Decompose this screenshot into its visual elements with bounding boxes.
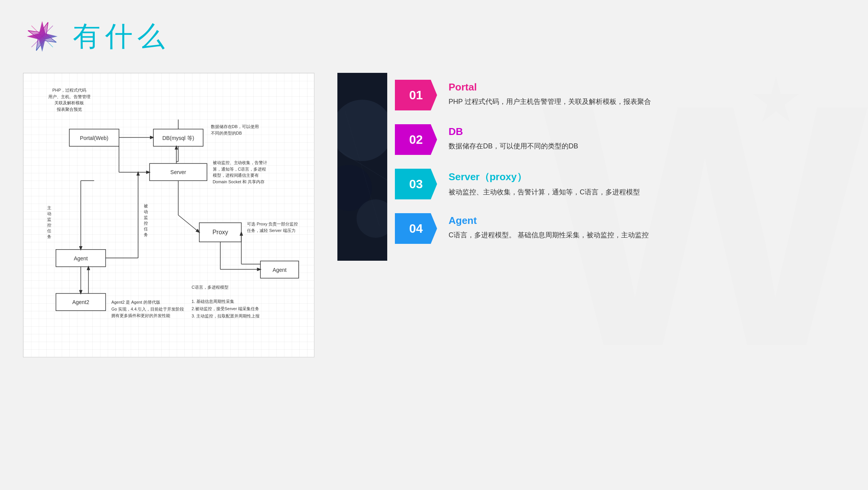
badge-03: 03 — [395, 169, 437, 199]
svg-point-56 — [337, 100, 387, 161]
info-title-03: Server（proxy） — [449, 170, 651, 184]
svg-text:监: 监 — [144, 215, 148, 220]
svg-text:任: 任 — [47, 229, 51, 233]
right-content: 01 Portal PHP 过程式代码，用户主机告警管理，关联及解析模板，报表聚… — [337, 73, 651, 261]
info-title-01: Portal — [449, 81, 651, 93]
badge-02: 02 — [395, 124, 437, 155]
svg-text:主: 主 — [47, 206, 51, 210]
page-container: W — [0, 0, 868, 490]
diagram-inner: PHP，过程式代码用户、主机、告警管理关联及解析模板报表聚合预览 Portal(… — [35, 85, 302, 345]
info-item-02: 02 DB 数据储存在DB，可以使用不同的类型的DB — [395, 117, 651, 162]
svg-line-47 — [178, 215, 199, 232]
svg-text:控: 控 — [47, 223, 51, 227]
architecture-diagram: PHP，过程式代码用户、主机、告警管理关联及解析模板报表聚合预览 Portal(… — [23, 73, 314, 357]
svg-text:Agent: Agent — [273, 267, 287, 273]
badge-04: 04 — [395, 213, 437, 244]
svg-text:Server: Server — [170, 169, 186, 175]
svg-text:DB(mysql 等): DB(mysql 等) — [162, 135, 194, 141]
badge-01: 01 — [395, 80, 437, 110]
info-text-02: DB 数据储存在DB，可以使用不同的类型的DB — [449, 124, 651, 152]
main-content: PHP，过程式代码用户、主机、告警管理关联及解析模板报表聚合预览 Portal(… — [23, 73, 845, 357]
svg-text:Agent: Agent — [74, 255, 88, 261]
svg-text:动: 动 — [47, 211, 51, 216]
page-header: 有什么 — [23, 15, 845, 58]
info-item-01: 01 Portal PHP 过程式代码，用户主机告警管理，关联及解析模板，报表聚… — [395, 73, 651, 117]
svg-text:动: 动 — [144, 209, 148, 214]
svg-text:Proxy: Proxy — [212, 229, 228, 235]
info-item-04: 04 Agent C语言，多进程模型。 基础信息周期性采集，被动监控，主动监控 — [395, 206, 651, 251]
info-text-04: Agent C语言，多进程模型。 基础信息周期性采集，被动监控，主动监控 — [449, 213, 651, 241]
info-desc-04: C语言，多进程模型。 基础信息周期性采集，被动监控，主动监控 — [449, 230, 651, 241]
info-title-02: DB — [449, 126, 651, 138]
logo-icon — [23, 15, 61, 58]
info-text-01: Portal PHP 过程式代码，用户主机告警管理，关联及解析模板，报表聚合 — [449, 80, 651, 107]
svg-text:监: 监 — [47, 217, 51, 222]
page-title: 有什么 — [73, 18, 169, 55]
svg-text:Agent2: Agent2 — [72, 299, 89, 305]
svg-text:Portal(Web): Portal(Web) — [80, 135, 108, 141]
info-text-03: Server（proxy） 被动监控、主动收集，告警计算，通知等，C语言，多进程… — [449, 169, 651, 198]
svg-text:务: 务 — [47, 234, 51, 239]
info-desc-02: 数据储存在DB，可以使用不同的类型的DB — [449, 141, 651, 152]
svg-text:务: 务 — [144, 232, 148, 237]
svg-text:任: 任 — [143, 227, 148, 231]
info-title-04: Agent — [449, 215, 651, 227]
diagram-svg: PHP，过程式代码用户、主机、告警管理关联及解析模板报表聚合预览 Portal(… — [35, 85, 302, 345]
photo-area — [337, 73, 387, 261]
svg-text:被: 被 — [144, 204, 148, 208]
info-desc-01: PHP 过程式代码，用户主机告警管理，关联及解析模板，报表聚合 — [449, 96, 651, 107]
info-desc-03: 被动监控、主动收集，告警计算，通知等，C语言，多进程模型 — [449, 187, 651, 198]
info-item-03: 03 Server（proxy） 被动监控、主动收集，告警计算，通知等，C语言，… — [395, 162, 651, 206]
svg-text:控: 控 — [144, 221, 148, 225]
info-items-list: 01 Portal PHP 过程式代码，用户主机告警管理，关联及解析模板，报表聚… — [387, 73, 651, 251]
